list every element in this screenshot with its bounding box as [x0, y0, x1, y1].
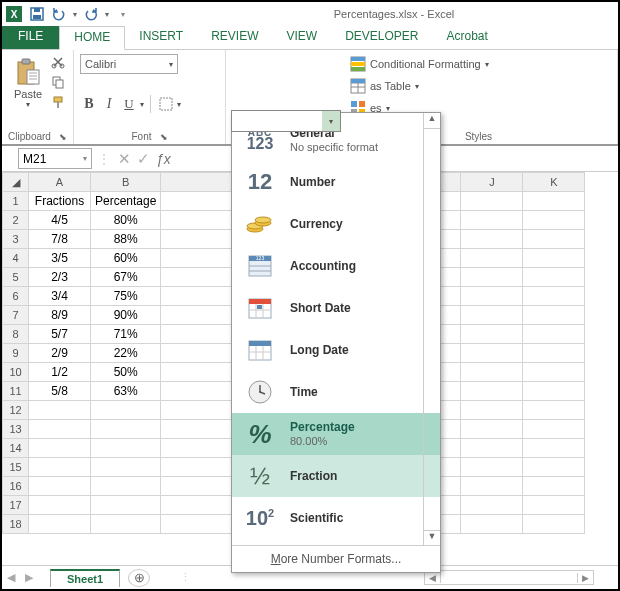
cell[interactable] — [461, 496, 523, 515]
cell[interactable]: Fractions — [29, 192, 91, 211]
font-dialog-launcher[interactable]: ⬊ — [160, 132, 168, 142]
number-format-number[interactable]: 12 Number — [232, 161, 440, 203]
cell[interactable] — [461, 249, 523, 268]
number-format-percentage[interactable]: % Percentage80.00% — [232, 413, 440, 455]
cell[interactable] — [461, 401, 523, 420]
cell[interactable]: 3/5 — [29, 249, 91, 268]
scroll-up-icon[interactable]: ▲ — [424, 113, 440, 129]
fx-icon[interactable]: ƒx — [156, 151, 171, 167]
cell[interactable] — [523, 249, 585, 268]
cell[interactable]: 3/4 — [29, 287, 91, 306]
row-header[interactable]: 2 — [3, 211, 29, 230]
cell[interactable] — [523, 496, 585, 515]
cell[interactable]: 90% — [91, 306, 161, 325]
cell[interactable] — [29, 458, 91, 477]
cell[interactable]: 7/8 — [29, 230, 91, 249]
undo-menu-icon[interactable]: ▾ — [70, 4, 80, 24]
number-format-scientific[interactable]: 102 Scientific — [232, 497, 440, 539]
bold-button[interactable]: B — [80, 94, 98, 114]
underline-menu-icon[interactable]: ▾ — [140, 100, 144, 109]
cell[interactable] — [29, 477, 91, 496]
cell[interactable] — [461, 382, 523, 401]
cell[interactable] — [29, 439, 91, 458]
cell[interactable] — [461, 287, 523, 306]
cell[interactable] — [461, 363, 523, 382]
row-header[interactable]: 18 — [3, 515, 29, 534]
sheet-nav-prev[interactable]: ◀ — [2, 571, 20, 584]
row-header[interactable]: 11 — [3, 382, 29, 401]
tab-developer[interactable]: DEVELOPER — [331, 26, 432, 49]
cell[interactable] — [461, 306, 523, 325]
cell[interactable]: 2/3 — [29, 268, 91, 287]
cell[interactable]: 8/9 — [29, 306, 91, 325]
cell[interactable]: 50% — [91, 363, 161, 382]
font-family-combo[interactable]: Calibri ▾ — [80, 54, 178, 74]
tab-home[interactable]: HOME — [59, 26, 125, 50]
cell[interactable] — [461, 420, 523, 439]
row-header[interactable]: 17 — [3, 496, 29, 515]
cell[interactable]: 67% — [91, 268, 161, 287]
cell[interactable] — [461, 325, 523, 344]
cell[interactable]: 4/5 — [29, 211, 91, 230]
row-header[interactable]: 15 — [3, 458, 29, 477]
row-header[interactable]: 14 — [3, 439, 29, 458]
cell[interactable]: 22% — [91, 344, 161, 363]
col-header-A[interactable]: A — [29, 173, 91, 192]
number-format-combo[interactable]: ▾ — [231, 110, 341, 132]
scroll-left-icon[interactable]: ◀ — [425, 573, 441, 583]
cell[interactable] — [461, 515, 523, 534]
cell[interactable]: 2/9 — [29, 344, 91, 363]
cell[interactable] — [523, 515, 585, 534]
cell[interactable] — [461, 458, 523, 477]
underline-button[interactable]: U — [120, 94, 138, 114]
cell[interactable] — [523, 230, 585, 249]
border-button[interactable] — [157, 94, 175, 114]
cell[interactable] — [29, 515, 91, 534]
col-header-J[interactable]: J — [461, 173, 523, 192]
format-painter-button[interactable] — [50, 94, 66, 110]
number-format-accounting[interactable]: 123 Accounting — [232, 245, 440, 287]
cell[interactable] — [523, 363, 585, 382]
tab-review[interactable]: REVIEW — [197, 26, 272, 49]
cell[interactable] — [91, 515, 161, 534]
cell[interactable] — [91, 477, 161, 496]
row-header[interactable]: 10 — [3, 363, 29, 382]
qat-customize-icon[interactable]: ▾ — [112, 4, 134, 24]
cell[interactable] — [29, 496, 91, 515]
clipboard-dialog-launcher[interactable]: ⬊ — [59, 132, 67, 142]
row-header[interactable]: 7 — [3, 306, 29, 325]
cut-button[interactable] — [50, 54, 66, 70]
name-box[interactable]: M21 ▾ — [18, 148, 92, 169]
redo-menu-icon[interactable]: ▾ — [102, 4, 112, 24]
row-header[interactable]: 1 — [3, 192, 29, 211]
enter-icon[interactable]: ✓ — [137, 150, 150, 168]
row-header[interactable]: 13 — [3, 420, 29, 439]
scroll-right-icon[interactable]: ▶ — [577, 573, 593, 583]
cell[interactable] — [91, 439, 161, 458]
tab-acrobat[interactable]: Acrobat — [433, 26, 502, 49]
save-button[interactable] — [26, 4, 48, 24]
cell[interactable] — [523, 382, 585, 401]
sheet-tab-sheet1[interactable]: Sheet1 — [50, 569, 120, 587]
row-header[interactable]: 4 — [3, 249, 29, 268]
number-format-shortdate[interactable]: Short Date — [232, 287, 440, 329]
cell[interactable]: 63% — [91, 382, 161, 401]
paste-menu-icon[interactable]: ▾ — [8, 100, 48, 109]
cell[interactable] — [91, 458, 161, 477]
cell[interactable] — [523, 211, 585, 230]
cell[interactable] — [461, 344, 523, 363]
copy-button[interactable] — [50, 74, 66, 90]
cell[interactable]: 80% — [91, 211, 161, 230]
cancel-icon[interactable]: ✕ — [118, 150, 131, 168]
cell[interactable] — [523, 287, 585, 306]
number-format-time[interactable]: Time — [232, 371, 440, 413]
cell[interactable] — [523, 268, 585, 287]
row-header[interactable]: 3 — [3, 230, 29, 249]
cell[interactable] — [523, 477, 585, 496]
row-header[interactable]: 9 — [3, 344, 29, 363]
cell[interactable] — [523, 344, 585, 363]
cell[interactable] — [91, 401, 161, 420]
italic-button[interactable]: I — [100, 94, 118, 114]
tab-file[interactable]: FILE — [2, 26, 59, 49]
format-as-table-button[interactable]: as Table ▾ — [346, 76, 423, 96]
